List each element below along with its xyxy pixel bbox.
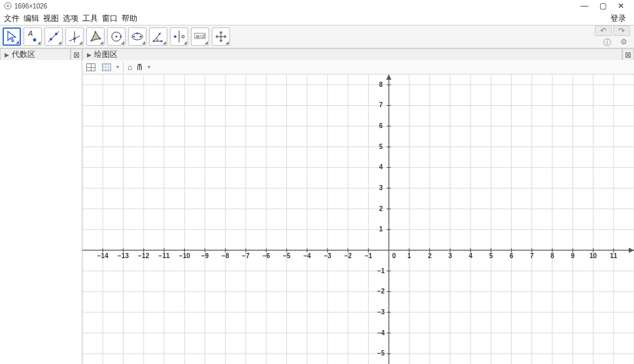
svg-text:3: 3 — [448, 252, 452, 259]
svg-text:8: 8 — [379, 81, 383, 88]
ellipse-tool[interactable] — [128, 27, 146, 46]
capture-dropdown-icon[interactable]: ▾ — [148, 64, 150, 70]
line-tool[interactable] — [44, 27, 63, 46]
algebra-panel[interactable] — [0, 60, 82, 364]
workspace: ▾ ⌂ ⫚ ▾ −14−13−12−11−10−9−8−7−6−5−4−3−2−… — [0, 60, 634, 364]
svg-text:−4: −4 — [303, 252, 311, 259]
app-icon — [4, 2, 12, 10]
login-link[interactable]: 登录 — [610, 13, 626, 24]
svg-text:4: 4 — [469, 252, 473, 259]
redo-button[interactable]: ↷ — [613, 25, 630, 36]
move-view-tool[interactable] — [212, 27, 230, 46]
svg-marker-74 — [386, 74, 392, 80]
svg-marker-72 — [629, 248, 634, 253]
menu-tools[interactable]: 工具 — [82, 13, 98, 24]
svg-point-25 — [174, 35, 176, 38]
svg-text:−8: −8 — [222, 252, 229, 259]
collapse-icon: ▶ — [87, 52, 92, 58]
svg-text:2: 2 — [379, 205, 383, 212]
svg-text:−6: −6 — [263, 252, 271, 259]
svg-text:8: 8 — [550, 252, 554, 259]
svg-text:−5: −5 — [283, 252, 291, 259]
svg-text:1: 1 — [379, 225, 383, 233]
menu-options[interactable]: 选项 — [63, 13, 78, 24]
polygon-tool[interactable] — [86, 27, 105, 46]
svg-point-11 — [91, 40, 93, 42]
main-toolbar: Aa=2 ↶ ↷ ⓘ ⚙ — [0, 25, 634, 48]
svg-text:−2: −2 — [377, 288, 385, 295]
svg-line-4 — [48, 31, 59, 42]
angle-tool[interactable] — [149, 27, 167, 46]
svg-text:−5: −5 — [377, 350, 385, 357]
svg-text:6: 6 — [379, 122, 383, 129]
close-window-button[interactable]: ✕ — [612, 1, 630, 11]
svg-text:−14: −14 — [97, 252, 108, 259]
graphics-panel-tab[interactable]: ▶ 绘图区 — [82, 48, 622, 60]
help-icon[interactable]: ⓘ — [603, 37, 611, 48]
settings-icon[interactable]: ⚙ — [620, 37, 627, 48]
menu-edit[interactable]: 编辑 — [24, 13, 39, 24]
svg-text:6: 6 — [510, 252, 514, 259]
svg-text:1: 1 — [407, 252, 411, 259]
svg-text:4: 4 — [379, 163, 383, 171]
svg-point-1 — [7, 5, 9, 7]
graphics-panel: ▾ ⌂ ⫚ ▾ −14−13−12−11−10−9−8−7−6−5−4−3−2−… — [82, 60, 634, 364]
maximize-button[interactable]: ▢ — [593, 1, 612, 11]
minimize-button[interactable]: — — [575, 1, 593, 11]
window-titlebar: 1696×1026 — ▢ ✕ — [0, 0, 634, 12]
algebra-panel-label: 代数区 — [12, 49, 35, 60]
svg-text:−13: −13 — [118, 252, 129, 259]
svg-text:5: 5 — [489, 252, 493, 259]
perpendicular-tool[interactable] — [65, 27, 84, 46]
svg-text:0: 0 — [392, 252, 396, 259]
svg-point-6 — [55, 33, 58, 35]
point-capture-button[interactable]: ⫚ — [136, 63, 144, 72]
point-tool[interactable]: A — [24, 27, 42, 46]
svg-text:7: 7 — [530, 252, 534, 259]
svg-text:9: 9 — [571, 252, 575, 259]
reflect-tool[interactable] — [170, 27, 188, 46]
graphics-close-button[interactable]: ⊠ — [622, 48, 634, 60]
menu-window[interactable]: 窗口 — [102, 13, 118, 24]
svg-text:−1: −1 — [365, 252, 373, 259]
svg-point-19 — [140, 36, 142, 38]
svg-text:−4: −4 — [377, 329, 385, 337]
svg-point-5 — [50, 38, 52, 41]
window-dimensions: 1696×1026 — [14, 3, 47, 10]
menu-file[interactable]: 文件 — [4, 13, 20, 24]
menu-view[interactable]: 视图 — [43, 13, 59, 24]
menu-bar: 文件 编辑 视图 选项 工具 窗口 帮助 登录 — [0, 12, 634, 25]
menu-help[interactable]: 帮助 — [122, 13, 137, 24]
svg-text:−10: −10 — [179, 252, 190, 259]
graphics-view-toolbar: ▾ ⌂ ⫚ ▾ — [82, 60, 634, 74]
svg-text:−2: −2 — [344, 252, 352, 259]
svg-text:a=2: a=2 — [196, 33, 205, 39]
svg-point-9 — [73, 37, 76, 40]
svg-point-18 — [133, 36, 135, 38]
svg-text:11: 11 — [610, 252, 618, 259]
svg-text:−9: −9 — [201, 252, 209, 259]
circle-tool[interactable] — [107, 27, 125, 46]
svg-text:−3: −3 — [377, 308, 385, 316]
move-tool[interactable] — [3, 27, 21, 46]
separator — [123, 62, 124, 73]
toggle-axes-button[interactable] — [85, 62, 97, 73]
svg-point-13 — [99, 38, 101, 40]
svg-text:5: 5 — [379, 143, 383, 150]
svg-point-26 — [182, 35, 184, 38]
svg-point-21 — [153, 41, 155, 42]
svg-text:A: A — [27, 29, 33, 37]
graphics-canvas[interactable]: −14−13−12−11−10−9−8−7−6−5−4−3−2−10123456… — [82, 74, 634, 364]
svg-point-16 — [120, 36, 122, 38]
undo-button[interactable]: ↶ — [595, 25, 612, 36]
slider-tool[interactable]: a=2 — [191, 27, 209, 46]
algebra-panel-tab[interactable]: ▶ 代数区 — [0, 48, 71, 60]
toggle-grid-button[interactable] — [101, 62, 112, 73]
algebra-close-button[interactable]: ⊠ — [71, 48, 82, 60]
svg-point-12 — [95, 31, 97, 33]
svg-text:−3: −3 — [324, 252, 331, 259]
svg-text:−11: −11 — [159, 252, 170, 259]
svg-point-3 — [33, 39, 37, 42]
grid-dropdown-icon[interactable]: ▾ — [116, 64, 119, 70]
home-view-button[interactable]: ⌂ — [127, 63, 132, 72]
